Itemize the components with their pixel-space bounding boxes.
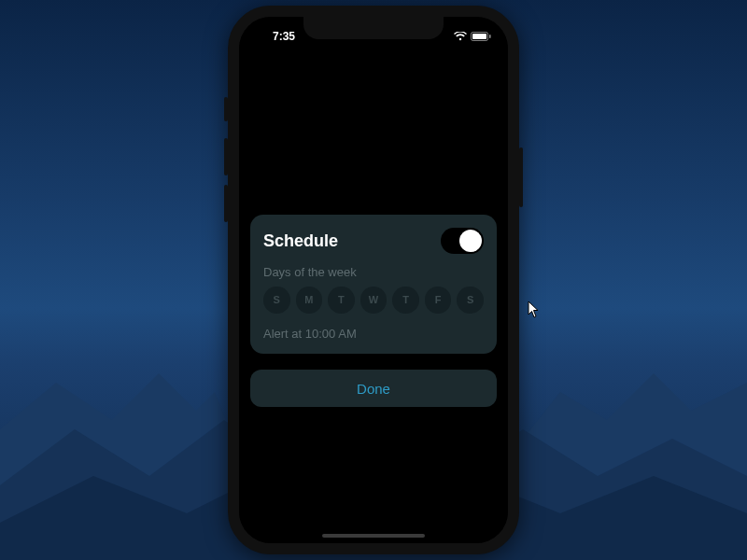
day-tue[interactable]: T: [328, 287, 355, 314]
days-label: Days of the week: [263, 265, 484, 279]
svg-rect-1: [472, 34, 486, 39]
mute-switch: [224, 97, 228, 121]
svg-rect-2: [489, 35, 491, 38]
schedule-toggle[interactable]: [441, 228, 484, 254]
phone-frame: 7:35 Schedule: [228, 6, 519, 554]
card-title: Schedule: [263, 231, 338, 251]
volume-up-button: [224, 138, 228, 175]
day-sat[interactable]: S: [457, 287, 484, 314]
done-button-label: Done: [357, 381, 390, 397]
phone-screen: 7:35 Schedule: [239, 17, 508, 543]
day-selector: S M T W T F S: [263, 287, 484, 314]
battery-icon: [471, 32, 491, 41]
schedule-card: Schedule Days of the week S M T W T F S …: [250, 215, 497, 354]
notch: [303, 17, 444, 39]
alert-time-row[interactable]: Alert at 10:00 AM: [263, 327, 484, 341]
volume-down-button: [224, 185, 228, 222]
day-mon[interactable]: M: [296, 287, 323, 314]
home-indicator[interactable]: [322, 534, 425, 538]
done-button[interactable]: Done: [250, 370, 497, 407]
wifi-icon: [454, 32, 467, 41]
day-wed[interactable]: W: [360, 287, 388, 314]
toggle-knob: [459, 230, 482, 252]
status-time: 7:35: [256, 30, 312, 43]
day-fri[interactable]: F: [425, 287, 452, 314]
power-button: [519, 147, 523, 207]
day-thu[interactable]: T: [392, 287, 419, 314]
day-sun[interactable]: S: [263, 287, 290, 314]
